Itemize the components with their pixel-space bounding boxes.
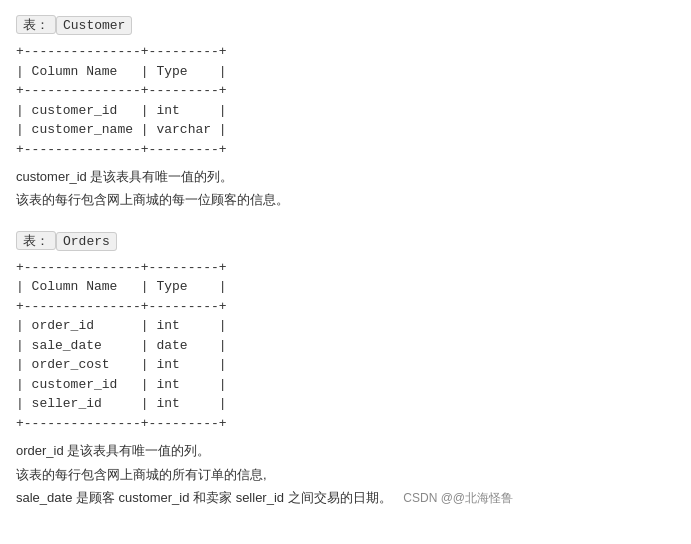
customer-section: 表：Customer +---------------+---------+ |…: [16, 16, 675, 212]
orders-table-label: 表：Orders: [16, 232, 675, 250]
orders-desc-line1: order_id 是该表具有唯一值的列。: [16, 439, 675, 462]
customer-table-label: 表：Customer: [16, 16, 675, 34]
orders-description: order_id 是该表具有唯一值的列。 该表的每行包含网上商城的所有订单的信息…: [16, 439, 675, 509]
watermark: CSDN @@北海怪鲁: [403, 491, 513, 505]
customer-desc-line2: 该表的每行包含网上商城的每一位顾客的信息。: [16, 188, 675, 211]
customer-description: customer_id 是该表具有唯一值的列。 该表的每行包含网上商城的每一位顾…: [16, 165, 675, 212]
customer-label: 表：: [16, 15, 56, 34]
orders-schema: +---------------+---------+ | Column Nam…: [16, 258, 675, 434]
orders-desc-line2: 该表的每行包含网上商城的所有订单的信息,: [16, 463, 675, 486]
orders-section: 表：Orders +---------------+---------+ | C…: [16, 232, 675, 510]
orders-desc-line3: sale_date 是顾客 customer_id 和卖家 seller_id …: [16, 486, 675, 510]
customer-desc-line1: customer_id 是该表具有唯一值的列。: [16, 165, 675, 188]
customer-schema: +---------------+---------+ | Column Nam…: [16, 42, 675, 159]
orders-label: 表：: [16, 231, 56, 250]
